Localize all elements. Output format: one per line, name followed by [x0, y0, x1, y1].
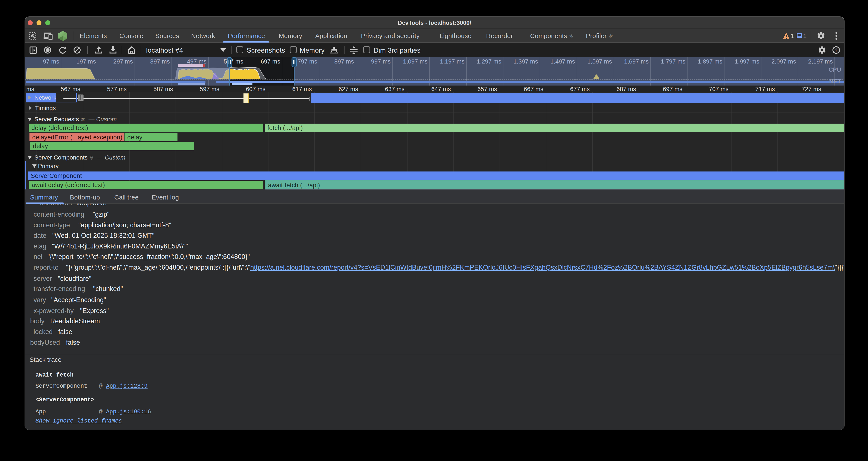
svg-text:?: ?	[835, 48, 838, 52]
